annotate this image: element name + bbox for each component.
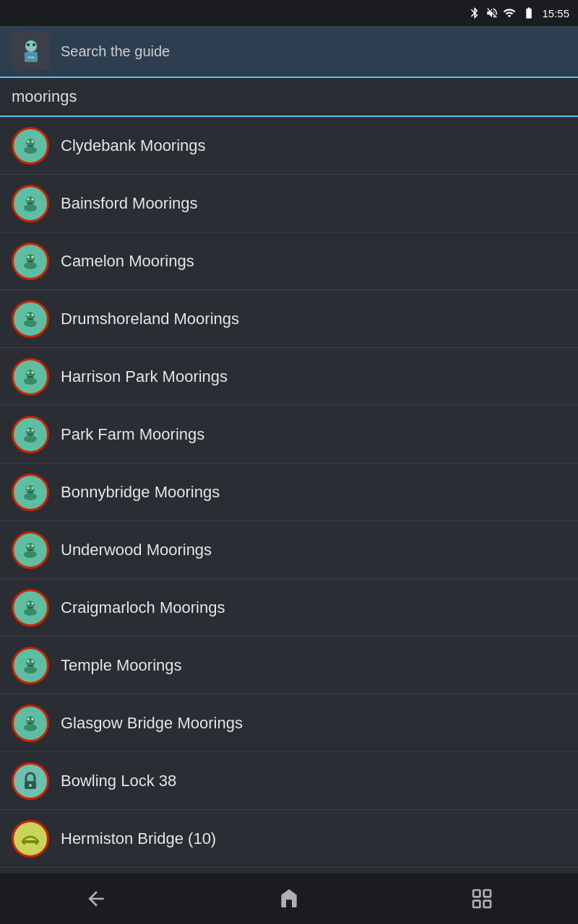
list-item[interactable]: Clydebank Moorings: [0, 117, 578, 175]
list-item[interactable]: Bainsford Moorings: [0, 175, 578, 232]
item-label: Craigmarloch Moorings: [61, 598, 225, 617]
svg-point-74: [29, 784, 32, 787]
status-time: 15:55: [542, 7, 569, 19]
svg-rect-79: [286, 899, 292, 907]
item-label: Clydebank Moorings: [61, 136, 206, 155]
svg-point-1: [25, 40, 37, 52]
svg-point-40: [32, 429, 34, 431]
home-button[interactable]: [260, 881, 318, 917]
list-item[interactable]: Underwood Moorings: [0, 521, 578, 579]
list-item[interactable]: Harrison Park Moorings: [0, 348, 578, 406]
svg-point-64: [32, 660, 34, 662]
bluetooth-icon: [468, 6, 481, 19]
item-label: Glasgow Bridge Moorings: [61, 714, 243, 733]
item-icon: [12, 762, 49, 800]
mute-icon: [486, 6, 499, 19]
item-icon: [12, 705, 49, 742]
svg-point-21: [27, 256, 30, 258]
svg-point-51: [27, 544, 30, 546]
back-button[interactable]: [67, 881, 125, 917]
svg-rect-41: [27, 434, 33, 435]
list-item[interactable]: Temple Moorings: [0, 637, 578, 694]
svg-rect-82: [483, 901, 490, 907]
item-icon: [12, 127, 49, 165]
item-icon: [12, 416, 49, 453]
bottom-nav: [0, 873, 578, 924]
svg-rect-59: [27, 607, 33, 609]
status-bar: 15:55: [0, 0, 578, 26]
svg-rect-17: [27, 203, 33, 204]
item-label: Bonnybridge Moorings: [61, 483, 220, 502]
svg-point-27: [27, 313, 30, 315]
item-label: Hermiston Bridge (10): [61, 829, 216, 848]
svg-point-46: [32, 487, 34, 489]
svg-point-57: [27, 602, 30, 604]
svg-rect-47: [27, 492, 33, 493]
svg-point-45: [27, 487, 30, 489]
svg-rect-35: [27, 376, 33, 378]
svg-point-9: [27, 140, 30, 142]
svg-point-69: [27, 718, 30, 720]
svg-point-28: [32, 313, 34, 315]
item-label: Camelon Moorings: [61, 252, 194, 271]
item-label: Park Farm Moorings: [61, 425, 204, 444]
list-item[interactable]: Hermiston Bridge (10): [0, 810, 578, 868]
item-icon: [12, 358, 49, 396]
item-icon: [12, 474, 49, 511]
item-label: Bainsford Moorings: [61, 194, 198, 213]
svg-rect-5: [27, 56, 35, 58]
list-item[interactable]: Bowling Lock 38: [0, 752, 578, 810]
item-icon: [12, 531, 49, 569]
svg-point-34: [32, 371, 34, 373]
svg-point-33: [27, 371, 30, 373]
svg-rect-65: [27, 665, 33, 666]
item-label: Temple Moorings: [61, 656, 182, 675]
list-item[interactable]: Drumshoreland Moorings: [0, 290, 578, 348]
item-icon: [12, 243, 49, 280]
svg-point-61: [24, 666, 37, 674]
svg-rect-23: [27, 261, 33, 262]
search-bar[interactable]: [0, 78, 578, 117]
battery-icon: [520, 6, 538, 19]
list-item[interactable]: Camelon Moorings: [0, 232, 578, 290]
search-input[interactable]: [12, 78, 566, 116]
back-icon: [85, 887, 108, 910]
svg-rect-83: [473, 901, 480, 907]
svg-rect-78: [35, 840, 38, 845]
svg-point-31: [24, 378, 37, 385]
home-icon: [277, 887, 301, 910]
list-item[interactable]: Bonnybridge Moorings: [0, 463, 578, 521]
item-label: Bowling Lock 38: [61, 772, 176, 790]
svg-point-58: [32, 602, 34, 604]
svg-point-55: [24, 609, 37, 616]
svg-rect-29: [27, 318, 33, 320]
recents-icon: [470, 887, 493, 910]
svg-point-75: [19, 827, 42, 850]
recents-button[interactable]: [453, 881, 511, 917]
item-icon: [12, 647, 49, 684]
list-item[interactable]: Glasgow Bridge Moorings: [0, 694, 578, 752]
item-label: Harrison Park Moorings: [61, 367, 228, 386]
item-icon: [12, 589, 49, 627]
results-list: Clydebank Moorings Bainsford Moorings Ca…: [0, 117, 578, 873]
toolbar-title: Search the guide: [61, 43, 170, 60]
svg-point-52: [32, 544, 34, 546]
svg-rect-77: [23, 840, 25, 845]
item-label: Underwood Moorings: [61, 541, 212, 559]
status-icons: 15:55: [468, 6, 569, 19]
svg-point-22: [32, 256, 34, 258]
list-item[interactable]: Craigmarloch Moorings: [0, 579, 578, 637]
svg-rect-80: [473, 890, 480, 897]
svg-point-49: [24, 551, 37, 558]
list-item[interactable]: Park Farm Moorings: [0, 406, 578, 463]
svg-rect-11: [27, 145, 33, 147]
svg-point-67: [24, 724, 37, 731]
svg-point-7: [24, 147, 37, 154]
svg-point-19: [24, 262, 37, 269]
svg-point-39: [27, 429, 30, 431]
item-icon: [12, 820, 49, 858]
svg-point-4: [33, 43, 35, 46]
item-icon: [12, 300, 49, 338]
svg-point-3: [27, 43, 30, 46]
svg-point-15: [27, 198, 30, 200]
